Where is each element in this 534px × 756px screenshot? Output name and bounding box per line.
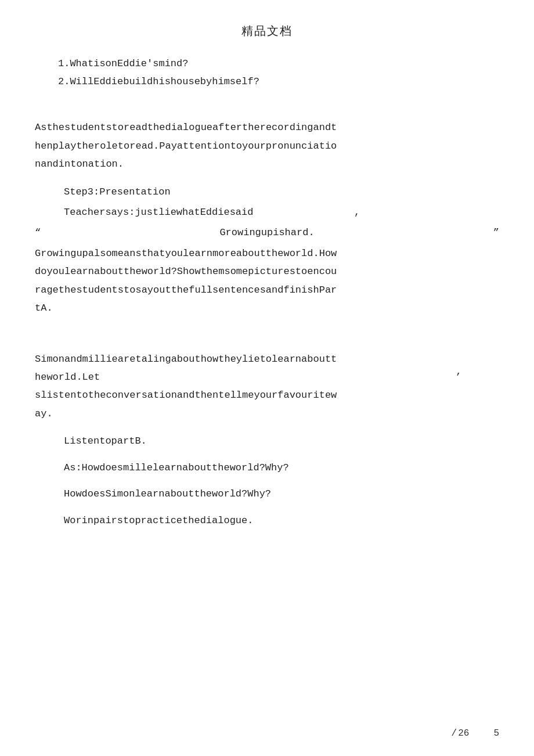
body-text-1: Asthestudentstoreadthedialogueafterthere… bbox=[35, 118, 499, 173]
spacer-4 bbox=[35, 453, 499, 459]
numbered-item-1: 1.WhatisonEddie'smind? bbox=[58, 55, 499, 73]
footer-total-pages: 26 bbox=[458, 728, 469, 739]
teacher-says: Teachersays:justliewhatEddiesaid , bbox=[64, 203, 499, 221]
numbered-items-section: 1.WhatisonEddie'smind? 2.WillEddiebuildh… bbox=[58, 55, 499, 91]
quote-text: Growingupishard. bbox=[45, 224, 489, 242]
open-quote: “ bbox=[35, 224, 41, 242]
step3-label: Step3:Presentation bbox=[64, 183, 499, 201]
spacer-2 bbox=[35, 327, 499, 339]
footer-slash: / bbox=[452, 728, 457, 739]
numbered-item-2: 2.WillEddiebuildhishousebyhimself? bbox=[58, 73, 499, 91]
close-quote: ” bbox=[493, 224, 499, 242]
body-text-2: Growingupalsomeansthatyoulearnmoreaboutt… bbox=[35, 244, 499, 318]
question-millie: As:Howdoesmillelearnabouttheworld?Why? bbox=[64, 459, 499, 477]
work-pairs: Worinpairstopracticethedialogue. bbox=[64, 512, 499, 530]
body-text-3: Simonandmilliearetalingabouthowtheylieto… bbox=[35, 350, 499, 423]
listen-part-b: ListentopartB. bbox=[64, 432, 499, 450]
spacer-1 bbox=[35, 107, 499, 118]
question-simon: HowdoesSimonlearnabouttheworld?Why? bbox=[64, 485, 499, 503]
page-container: 精品文档 1.WhatisonEddie'smind? 2.WillEddieb… bbox=[0, 0, 534, 756]
page-title: 精品文档 bbox=[35, 23, 499, 39]
page-footer: / 26 5 bbox=[452, 728, 499, 739]
growing-up-quote: “ Growingupishard. ” bbox=[35, 224, 499, 242]
spacer-6 bbox=[35, 506, 499, 512]
spacer-5 bbox=[35, 479, 499, 485]
spacer-3 bbox=[35, 339, 499, 350]
footer-current-page: 5 bbox=[493, 728, 499, 739]
